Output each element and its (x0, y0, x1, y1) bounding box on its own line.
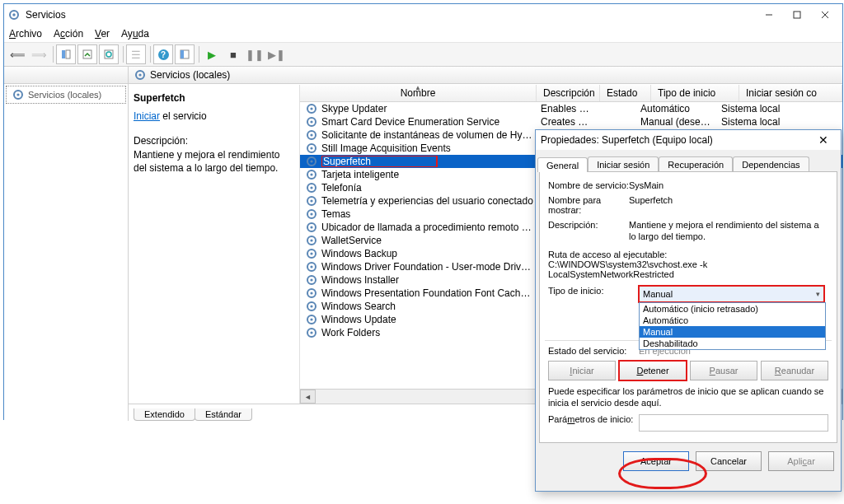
gear-icon (305, 168, 318, 181)
main-pane-title: Servicios (locales) (150, 69, 230, 81)
toolbar-separator (123, 46, 124, 63)
gear-icon (305, 181, 318, 194)
dialog-title-bar[interactable]: Propiedades: Superfetch (Equipo local) ✕ (536, 130, 841, 150)
nav-back-button[interactable]: ⟸ (7, 44, 27, 64)
menu-ver[interactable]: Ver (95, 28, 110, 40)
export-list-button[interactable] (77, 44, 97, 64)
svg-point-46 (310, 292, 312, 294)
col-header-nombre[interactable]: ▲Nombre (300, 85, 537, 101)
svg-point-16 (138, 73, 141, 76)
menu-ayuda[interactable]: Ayuda (121, 28, 149, 40)
stop-button[interactable]: ■ (223, 44, 243, 64)
col-header-sesion[interactable]: Iniciar sesión co (739, 85, 842, 101)
detail-start-link[interactable]: Iniciar (134, 110, 160, 122)
svg-point-32 (310, 199, 312, 202)
close-button[interactable] (811, 6, 839, 24)
help-button[interactable]: ? (153, 44, 173, 64)
gear-icon (305, 194, 318, 208)
svg-point-42 (310, 265, 312, 268)
tab-extendido[interactable]: Extendido (134, 408, 195, 421)
chevron-down-icon: ▾ (816, 290, 820, 298)
toolbar-separator (199, 46, 199, 63)
show-tree-button[interactable] (56, 44, 76, 64)
svg-point-14 (16, 93, 19, 96)
gear-icon (305, 115, 318, 128)
gear-icon (305, 142, 318, 155)
label-description: Descripción: (548, 220, 629, 245)
start-type-options: Automático (inicio retrasado)AutomáticoM… (639, 302, 826, 350)
input-start-params[interactable] (639, 414, 828, 432)
menu-accion[interactable]: Acción (54, 28, 83, 40)
button-cancelar[interactable]: Cancelar (696, 451, 762, 471)
service-row[interactable]: Smart Card Device Enumeration ServiceCre… (300, 115, 842, 128)
dialog-tab-iniciar-sesion[interactable]: Iniciar sesión (588, 156, 659, 171)
svg-point-22 (310, 133, 312, 136)
gear-icon (305, 326, 318, 339)
title-bar[interactable]: Servicios (4, 4, 842, 26)
dialog-title: Propiedades: Superfetch (Equipo local) (541, 134, 811, 146)
tree-item-services-local[interactable]: Servicios (locales) (6, 86, 126, 104)
detail-column: Superfetch Iniciar el servicio Descripci… (129, 85, 300, 404)
nav-forward-button[interactable]: ⟹ (29, 44, 49, 64)
start-type-option[interactable]: Deshabilitado (640, 338, 825, 349)
main-pane-header: Servicios (locales) (129, 67, 842, 84)
pause-button[interactable]: ❚❚ (245, 44, 265, 64)
label-start-type: Tipo de inicio: (548, 286, 639, 302)
app-icon (7, 8, 21, 21)
left-tree-pane: Servicios (locales) (4, 67, 129, 421)
svg-rect-12 (181, 50, 184, 58)
show-hide-button[interactable] (175, 44, 195, 64)
properties-button[interactable]: ☰ (126, 44, 146, 64)
start-type-value: Manual (643, 289, 673, 299)
value-path: C:\WINDOWS\system32\svchost.exe -k Local… (548, 259, 828, 279)
start-type-dropdown[interactable]: Manual ▾ (639, 286, 824, 302)
svg-point-48 (310, 305, 312, 307)
gear-icon (305, 155, 318, 168)
refresh-button[interactable] (99, 44, 119, 64)
menu-archivo[interactable]: Archivo (9, 28, 42, 40)
tree-item-label: Servicios (locales) (28, 90, 101, 100)
control-buttons: Iniciar Detener Pausar Reanudar (548, 361, 828, 380)
button-aceptar[interactable]: Aceptar (623, 451, 689, 471)
svg-point-30 (310, 186, 312, 189)
col-header-descripcion[interactable]: Descripción (537, 85, 600, 101)
gear-icon (305, 208, 318, 221)
minimize-button[interactable] (755, 6, 783, 24)
col-header-estado[interactable]: Estado (600, 85, 651, 101)
dialog-tab-page: Nombre de servicio:SysMain Nombre para m… (539, 171, 837, 443)
tab-estandar[interactable]: Estándar (195, 408, 252, 421)
svg-point-38 (310, 239, 312, 241)
gear-icon (305, 128, 318, 142)
restart-button[interactable]: ▶❚ (266, 44, 286, 64)
button-detener[interactable]: Detener (619, 361, 687, 380)
play-button[interactable]: ▶ (202, 44, 222, 64)
start-type-option[interactable]: Manual (640, 326, 825, 338)
left-pane-header (4, 67, 128, 84)
toolbar: ⟸ ⟹ ☰ ? ▶ ■ ❚❚ ▶❚ (4, 43, 842, 67)
col-header-tipo[interactable]: Tipo de inicio (651, 85, 739, 101)
svg-point-36 (310, 226, 312, 228)
menu-bar: Archivo Acción Ver Ayuda (4, 26, 842, 43)
start-type-option[interactable]: Automático (640, 315, 825, 326)
gear-icon (305, 234, 318, 247)
scroll-left-button[interactable]: ◄ (300, 390, 316, 404)
gear-icon (12, 88, 25, 101)
properties-dialog: Propiedades: Superfetch (Equipo local) ✕… (535, 129, 842, 492)
gear-icon (134, 68, 147, 82)
dialog-tab-recuperacion[interactable]: Recuperación (659, 156, 733, 171)
maximize-button[interactable] (783, 6, 811, 24)
svg-point-18 (310, 107, 312, 110)
dialog-close-button[interactable]: ✕ (811, 132, 836, 148)
dialog-tab-general[interactable]: General (537, 157, 588, 172)
label-path: Ruta de acceso al ejecutable: (548, 250, 828, 259)
dialog-buttons: Aceptar Cancelar Aplicar (536, 446, 841, 476)
dialog-tab-dependencias[interactable]: Dependencias (733, 156, 809, 171)
svg-point-34 (310, 212, 312, 215)
svg-point-28 (310, 173, 312, 175)
button-reanudar: Reanudar (761, 361, 828, 380)
service-row[interactable]: Skype UpdaterEnables the ...AutomáticoSi… (300, 102, 842, 115)
label-service-state: Estado del servicio: (548, 346, 639, 356)
start-type-option[interactable]: Automático (inicio retrasado) (640, 303, 825, 315)
gear-icon (305, 221, 318, 234)
gear-icon (305, 260, 318, 273)
